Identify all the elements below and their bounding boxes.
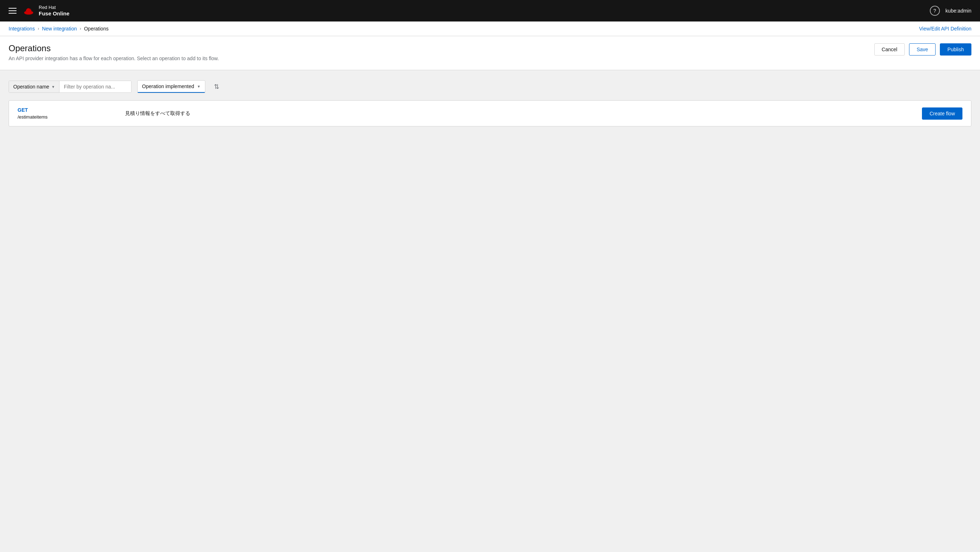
breadcrumb-separator-1: › [38,26,39,31]
main-content: Operation name ▼ Operation implemented ▼… [0,70,980,552]
page-header-left: Operations An API provider integration h… [9,43,219,61]
operation-name-dropdown[interactable]: Operation name ▼ [9,81,59,92]
help-icon-label: ? [934,8,936,14]
operation-path: /estimateitems [18,114,111,119]
operation-method-path: GET /estimateitems [18,107,111,119]
operation-implemented-chevron-icon: ▼ [197,84,200,89]
breadcrumb-bar: Integrations › New integration › Operati… [0,21,980,36]
redhat-logo-icon [22,4,35,17]
hamburger-menu-icon[interactable] [9,8,16,14]
help-icon[interactable]: ? [930,6,940,16]
create-flow-button[interactable]: Create flow [922,107,963,119]
view-edit-api-definition-link[interactable]: View/Edit API Definition [919,26,971,32]
page-header: Operations An API provider integration h… [0,36,980,70]
page-header-actions: Cancel Save Publish [874,43,971,56]
brand-redhat-text: Red Hat [39,5,70,10]
breadcrumb: Integrations › New integration › Operati… [9,26,108,32]
navbar-left: Red Hat Fuse Online [9,4,70,17]
breadcrumb-separator-2: › [80,26,81,31]
operation-name-filter[interactable]: Operation name ▼ [9,81,132,93]
page-description: An API provider integration has a flow f… [9,56,219,61]
operation-actions: Create flow [922,107,963,119]
navbar-right: ? kube:admin [930,6,971,16]
filter-bar: Operation name ▼ Operation implemented ▼… [9,80,971,93]
page-title: Operations [9,43,219,53]
publish-button[interactable]: Publish [940,43,971,56]
operation-implemented-dropdown[interactable]: Operation implemented ▼ [138,81,205,93]
operation-method-badge: GET [18,107,111,113]
navbar: Red Hat Fuse Online ? kube:admin [0,0,980,21]
cancel-button[interactable]: Cancel [874,43,905,56]
operation-name-chevron-icon: ▼ [51,85,55,89]
operation-implemented-label: Operation implemented [142,83,194,89]
operation-name-label: Operation name [13,84,49,89]
table-row: GET /estimateitems 見積り情報をすべて取得する Create … [9,101,971,126]
operation-description: 見積り情報をすべて取得する [111,110,922,117]
operation-name-input[interactable] [59,81,131,92]
brand-name: Red Hat Fuse Online [39,5,70,17]
breadcrumb-new-integration-link[interactable]: New integration [42,26,77,32]
operation-implemented-filter[interactable]: Operation implemented ▼ [137,80,205,93]
sort-button[interactable]: ⇅ [211,81,222,93]
brand-fuseonline-text: Fuse Online [39,10,70,17]
sort-icon: ⇅ [214,83,219,91]
user-label: kube:admin [946,8,971,14]
brand-logo: Red Hat Fuse Online [22,4,70,17]
save-button[interactable]: Save [909,43,935,56]
operations-table: GET /estimateitems 見積り情報をすべて取得する Create … [9,100,971,126]
breadcrumb-current: Operations [84,26,108,32]
breadcrumb-integrations-link[interactable]: Integrations [9,26,35,32]
